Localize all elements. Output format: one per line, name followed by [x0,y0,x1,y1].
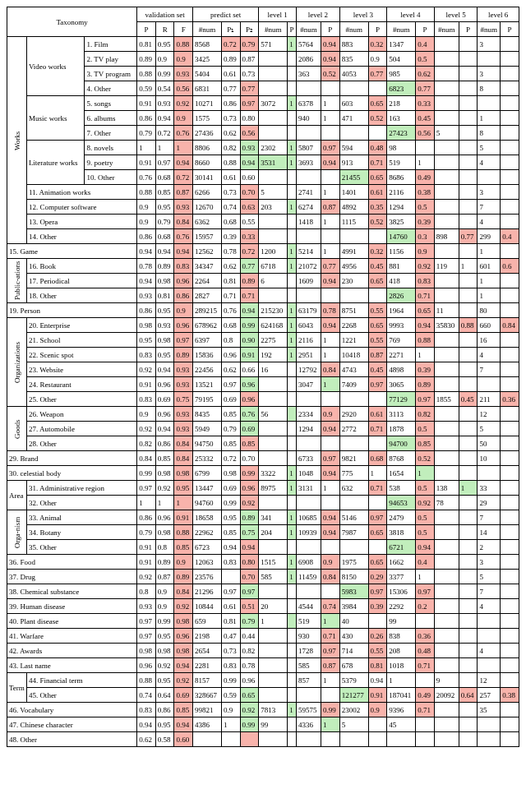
data-cell [321,229,340,244]
data-cell: 0.48 [416,644,435,658]
row-name: 7. Other [85,126,137,141]
data-cell: 22962 [193,525,222,540]
data-cell: 678 [339,658,368,673]
data-cell: 16 [478,333,501,348]
data-cell: 0.4 [501,229,519,244]
data-cell: 2654 [193,644,222,658]
data-cell: 0.91 [137,555,156,570]
data-cell [459,570,478,584]
data-cell: 0.97 [221,584,240,599]
data-cell: 0.84 [174,584,193,599]
data-cell: 0.96 [174,274,193,288]
data-cell [297,688,321,703]
data-cell [434,599,459,614]
data-cell: 0.97 [137,614,156,629]
data-cell: 78 [434,496,459,510]
data-cell: 4956 [339,259,368,274]
data-cell: 0.91 [368,688,387,703]
data-cell: 0.56 [240,126,259,141]
data-cell: 0.97 [240,584,259,599]
data-cell: 418 [387,274,416,288]
table-row: 46. Vocabulary0.830.860.85998210.90.9278… [7,703,519,717]
data-cell: 8568 [193,37,222,52]
data-cell [459,540,478,555]
data-cell: 1418 [297,215,321,229]
data-cell: 0.92 [240,496,259,510]
data-cell [259,288,288,303]
data-cell: 0.94 [174,658,193,673]
table-row: 24. Restaurant0.910.960.93135210.970.963… [7,377,519,392]
row-name: 36. Food [7,555,137,570]
data-cell [434,81,459,96]
data-cell: 0.83 [137,703,156,717]
data-cell: 0.89 [174,570,193,584]
row-name: 47. Chinese character [7,717,137,732]
data-cell: 0.76 [174,229,193,244]
data-cell: 10939 [297,525,321,540]
data-cell: 0.83 [174,259,193,274]
row-name: 45. Other [26,688,136,703]
data-cell [297,496,321,510]
data-cell [339,288,368,303]
data-cell: 1 [174,141,193,155]
data-cell: 0.82 [221,141,240,155]
data-cell: 0.68 [221,318,240,333]
data-cell [434,570,459,584]
row-name: 27. Automobile [26,422,136,436]
data-cell [434,215,459,229]
data-cell: 1 [459,481,478,496]
data-cell: 0.89 [221,52,240,67]
data-cell: 0.94 [137,274,156,288]
data-cell: 0.52 [416,451,435,466]
data-cell: 1 [321,244,340,259]
data-cell: 0.9 [137,200,156,215]
data-cell [478,377,501,392]
data-cell: 1964 [387,303,416,318]
data-cell [478,170,501,185]
data-cell: 1 [478,244,501,259]
data-cell: 0.88 [416,333,435,348]
data-cell [501,288,519,303]
data-cell [434,200,459,215]
data-cell: 4743 [339,362,368,377]
data-cell [501,496,519,510]
data-cell: 10685 [297,510,321,525]
table-row: 27. Automobile0.920.940.9359490.790.6912… [7,422,519,436]
data-cell: 0.97 [321,451,340,466]
data-cell: 0.95 [155,348,174,362]
data-cell: 0.99 [155,614,174,629]
data-cell: 363 [297,67,321,81]
data-cell: 0.88 [137,673,156,688]
data-cell: 913 [339,155,368,170]
data-cell: 0.29 [368,570,387,584]
data-cell [368,229,387,244]
data-cell: 33 [478,481,501,496]
data-cell: 9396 [387,703,416,717]
group-label: Goods [7,407,27,451]
data-cell: 6723 [193,540,222,555]
data-cell: 3072 [259,96,288,111]
data-cell: 3377 [387,570,416,584]
data-cell: 0.45 [416,111,435,126]
data-cell: 0.71 [368,481,387,496]
row-name: 17. Periodical [26,274,136,288]
data-cell [288,717,297,732]
data-cell: 0.5 [416,510,435,525]
data-cell [501,629,519,644]
data-cell: 0.87 [321,658,340,673]
data-cell [501,141,519,155]
data-cell: 94760 [193,496,222,510]
data-cell [459,510,478,525]
data-cell: 328667 [193,688,222,703]
data-cell: 0.69 [221,481,240,496]
data-cell: 0.98 [221,466,240,481]
data-cell: 50 [478,436,501,451]
data-cell: 0.86 [137,303,156,318]
data-cell [259,451,288,466]
table-row: 28. Other0.820.860.84947500.850.85947000… [7,436,519,451]
data-cell: 624168 [259,318,288,333]
subgroup-label: Music works [26,96,85,141]
data-cell: 0.91 [174,510,193,525]
row-name: 14. Other [26,229,136,244]
data-cell [459,200,478,215]
